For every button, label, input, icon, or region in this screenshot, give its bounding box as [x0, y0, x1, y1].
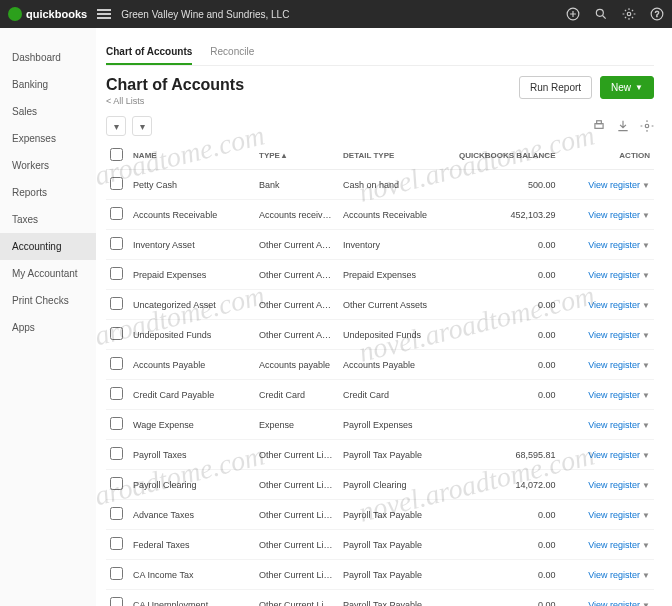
view-register-link[interactable]: View register — [588, 510, 640, 520]
row-checkbox[interactable] — [110, 477, 123, 490]
sidebar-item-banking[interactable]: Banking — [0, 71, 96, 98]
sidebar-item-apps[interactable]: Apps — [0, 314, 96, 341]
new-button-label: New — [611, 82, 631, 93]
view-register-link[interactable]: View register — [588, 240, 640, 250]
checkbox-header[interactable] — [106, 142, 129, 170]
row-checkbox[interactable] — [110, 237, 123, 250]
table-row: CA Income TaxOther Current LiabilitiesPa… — [106, 560, 654, 590]
chevron-down-icon[interactable]: ▼ — [642, 271, 650, 280]
new-button[interactable]: New ▼ — [600, 76, 654, 99]
view-register-link[interactable]: View register — [588, 600, 640, 607]
row-checkbox[interactable] — [110, 327, 123, 340]
row-checkbox-cell[interactable] — [106, 560, 129, 590]
view-register-link[interactable]: View register — [588, 300, 640, 310]
select-all-checkbox[interactable] — [110, 148, 123, 161]
view-register-link[interactable]: View register — [588, 270, 640, 280]
run-report-button[interactable]: Run Report — [519, 76, 592, 99]
chevron-down-icon[interactable]: ▼ — [642, 541, 650, 550]
chevron-down-icon[interactable]: ▼ — [642, 241, 650, 250]
row-checkbox-cell[interactable] — [106, 320, 129, 350]
row-checkbox-cell[interactable] — [106, 290, 129, 320]
row-checkbox[interactable] — [110, 357, 123, 370]
view-register-link[interactable]: View register — [588, 540, 640, 550]
chevron-down-icon[interactable]: ▼ — [642, 211, 650, 220]
sidebar-item-sales[interactable]: Sales — [0, 98, 96, 125]
tab-reconcile[interactable]: Reconcile — [210, 40, 254, 65]
row-checkbox-cell[interactable] — [106, 230, 129, 260]
gear-icon[interactable] — [622, 7, 636, 21]
chevron-down-icon[interactable]: ▼ — [642, 571, 650, 580]
row-checkbox-cell[interactable] — [106, 200, 129, 230]
view-register-link[interactable]: View register — [588, 450, 640, 460]
view-register-link[interactable]: View register — [588, 420, 640, 430]
plus-icon[interactable] — [566, 7, 580, 21]
row-checkbox-cell[interactable] — [106, 380, 129, 410]
col-name[interactable]: NAME — [129, 142, 255, 170]
row-checkbox[interactable] — [110, 177, 123, 190]
view-register-link[interactable]: View register — [588, 390, 640, 400]
view-register-link[interactable]: View register — [588, 480, 640, 490]
chevron-down-icon[interactable]: ▼ — [642, 451, 650, 460]
filter-button[interactable]: ▾ — [132, 116, 152, 136]
cell-action: View register▼ — [559, 170, 654, 200]
chevron-down-icon[interactable]: ▼ — [642, 181, 650, 190]
row-checkbox[interactable] — [110, 537, 123, 550]
view-register-link[interactable]: View register — [588, 180, 640, 190]
sidebar-item-reports[interactable]: Reports — [0, 179, 96, 206]
view-register-link[interactable]: View register — [588, 360, 640, 370]
help-icon[interactable]: ? — [650, 7, 664, 21]
chevron-down-icon[interactable]: ▼ — [642, 481, 650, 490]
sidebar-item-print-checks[interactable]: Print Checks — [0, 287, 96, 314]
row-checkbox[interactable] — [110, 447, 123, 460]
row-checkbox-cell[interactable] — [106, 410, 129, 440]
sidebar-item-expenses[interactable]: Expenses — [0, 125, 96, 152]
col-balance[interactable]: QUICKBOOKS BALANCE — [444, 142, 559, 170]
row-checkbox[interactable] — [110, 207, 123, 220]
export-icon[interactable] — [616, 119, 630, 133]
main-content: novel.aroadtome.com novel.aroadtome.com … — [96, 28, 672, 606]
search-icon[interactable] — [594, 7, 608, 21]
view-register-link[interactable]: View register — [588, 330, 640, 340]
sidebar-item-my-accountant[interactable]: My Accountant — [0, 260, 96, 287]
row-checkbox-cell[interactable] — [106, 170, 129, 200]
chevron-down-icon[interactable]: ▼ — [642, 421, 650, 430]
page-breadcrumb[interactable]: < All Lists — [106, 96, 244, 106]
cell-type: Other Current Liabilities — [255, 530, 339, 560]
row-checkbox-cell[interactable] — [106, 350, 129, 380]
view-register-link[interactable]: View register — [588, 570, 640, 580]
print-icon[interactable] — [592, 119, 606, 133]
sidebar-item-accounting[interactable]: Accounting — [0, 233, 96, 260]
chevron-down-icon[interactable]: ▼ — [642, 331, 650, 340]
view-register-link[interactable]: View register — [588, 210, 640, 220]
chevron-down-icon[interactable]: ▼ — [642, 391, 650, 400]
row-checkbox-cell[interactable] — [106, 440, 129, 470]
row-checkbox[interactable] — [110, 597, 123, 606]
sidebar-item-taxes[interactable]: Taxes — [0, 206, 96, 233]
menu-icon[interactable] — [97, 9, 111, 19]
tab-chart-of-accounts[interactable]: Chart of Accounts — [106, 40, 192, 65]
row-checkbox[interactable] — [110, 507, 123, 520]
cell-action: View register▼ — [559, 500, 654, 530]
col-detail[interactable]: DETAIL TYPE — [339, 142, 444, 170]
company-name[interactable]: Green Valley Wine and Sundries, LLC — [121, 9, 556, 20]
row-checkbox-cell[interactable] — [106, 530, 129, 560]
sidebar-item-dashboard[interactable]: Dashboard — [0, 44, 96, 71]
row-checkbox-cell[interactable] — [106, 260, 129, 290]
batch-action-button[interactable]: ▾ — [106, 116, 126, 136]
row-checkbox[interactable] — [110, 267, 123, 280]
row-checkbox[interactable] — [110, 567, 123, 580]
table-row: Payroll TaxesOther Current LiabilitiesPa… — [106, 440, 654, 470]
row-checkbox[interactable] — [110, 297, 123, 310]
row-checkbox-cell[interactable] — [106, 500, 129, 530]
row-checkbox-cell[interactable] — [106, 590, 129, 607]
row-checkbox[interactable] — [110, 417, 123, 430]
chevron-down-icon[interactable]: ▼ — [642, 301, 650, 310]
settings-icon[interactable] — [640, 119, 654, 133]
row-checkbox-cell[interactable] — [106, 470, 129, 500]
sidebar-item-workers[interactable]: Workers — [0, 152, 96, 179]
row-checkbox[interactable] — [110, 387, 123, 400]
chevron-down-icon[interactable]: ▼ — [642, 361, 650, 370]
chevron-down-icon[interactable]: ▼ — [642, 511, 650, 520]
chevron-down-icon[interactable]: ▼ — [642, 601, 650, 607]
col-type[interactable]: TYPE ▴ — [255, 142, 339, 170]
